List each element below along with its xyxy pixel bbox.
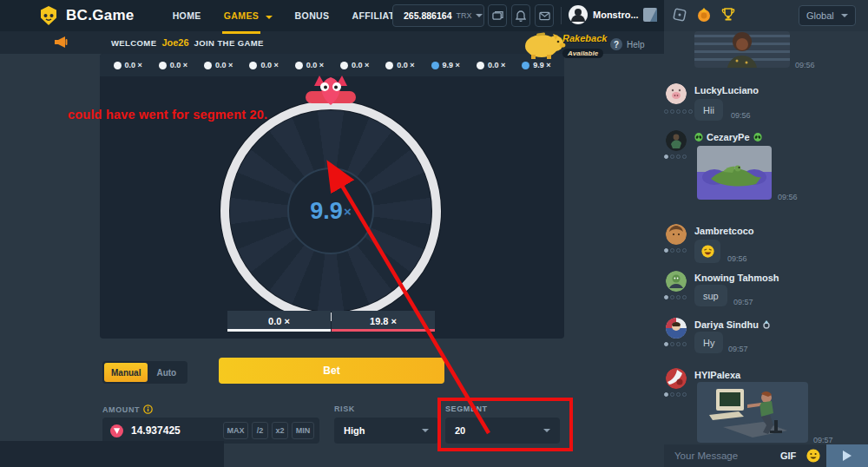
half-button[interactable]: /2	[252, 422, 268, 439]
multiplier-dot	[159, 62, 167, 69]
nav-games[interactable]: GAMES	[224, 10, 273, 21]
history-chip[interactable]: 0.0 ×	[204, 61, 233, 69]
chat-bubble: Hii	[694, 99, 723, 121]
payout-tab-high[interactable]: 19.8 ×	[332, 311, 435, 332]
bet-button[interactable]: Bet	[219, 358, 444, 384]
multiplier-dot	[204, 62, 212, 69]
avatar[interactable]	[666, 368, 687, 389]
emoji-button[interactable]	[806, 449, 820, 463]
payout-label: 19.8 ×	[370, 316, 397, 326]
leaderboard-button[interactable]	[720, 7, 736, 26]
chat-bubble: Hy	[694, 332, 723, 353]
rakeback-widget[interactable]: Rakeback Available	[521, 29, 568, 63]
avatar[interactable]	[666, 130, 687, 151]
amount-label-row: AMOUNT	[102, 405, 153, 414]
send-icon	[843, 451, 852, 461]
amount-field[interactable]: 14.937425 MAX /2 x2 MIN	[102, 418, 319, 444]
max-button[interactable]: MAX	[223, 422, 248, 439]
chat-message-input[interactable]	[674, 451, 777, 461]
multiplier-label: 0.0 ×	[306, 61, 324, 69]
avatar[interactable]	[666, 318, 687, 339]
trophy-icon	[720, 7, 736, 23]
help-button[interactable]: ? Help	[610, 38, 645, 50]
payout-tab-low[interactable]: 0.0 ×	[227, 311, 331, 332]
brand-name: BC.Game	[66, 7, 135, 24]
user-badges	[664, 248, 687, 253]
risk-value: High	[344, 425, 365, 436]
balance-selector[interactable]: 265.886164 TRX	[392, 4, 484, 27]
gif-button[interactable]: GIF	[780, 451, 796, 461]
piggy-bank-icon	[521, 29, 568, 60]
chat-panel: 09:56 LuckyLuciano Hii 09:56 CezaryPe	[664, 31, 868, 444]
lizard-couch-gif[interactable]	[697, 146, 772, 200]
annotation-note: could have went for segment 20.	[68, 108, 267, 122]
multiplier-history-bar: 0.0 × 0.0 × 0.0 × 0.0 × 0.0 × 0.0 × 0.0 …	[100, 54, 564, 76]
min-button[interactable]: MIN	[292, 422, 314, 439]
multiplier-label: 0.0 ×	[215, 61, 233, 69]
chat-toggle-button[interactable]	[642, 7, 658, 23]
payout-underline	[227, 329, 331, 332]
chat-region-selector[interactable]: Global	[799, 5, 856, 26]
avatar[interactable]	[666, 83, 687, 104]
send-button[interactable]	[826, 444, 868, 467]
avatar[interactable]	[666, 224, 687, 245]
region-label: Global	[806, 10, 834, 21]
history-chip[interactable]: 0.0 ×	[114, 61, 142, 69]
retro-computer-gif[interactable]	[697, 382, 808, 443]
multiplier-label: 0.0 ×	[125, 61, 142, 69]
multiplier-dot	[385, 62, 393, 69]
chat-username[interactable]: Jambretcoco	[694, 226, 753, 236]
wheel-multiplier-times: ×	[344, 204, 352, 219]
chat-username[interactable]: LuckyLuciano	[694, 85, 759, 95]
avatar[interactable]	[666, 271, 687, 292]
message-time: 09:56	[778, 193, 798, 201]
rakeback-subtitle: Available	[562, 49, 603, 58]
risk-label: RISK	[334, 405, 355, 413]
multiplier-label: 0.0 ×	[260, 61, 278, 69]
message-time: 09:57	[728, 345, 748, 353]
chevron-down-icon	[422, 429, 429, 432]
history-chip[interactable]: 0.0 ×	[340, 61, 369, 69]
chevron-down-icon	[476, 14, 483, 17]
double-button[interactable]: x2	[272, 422, 288, 439]
history-chip[interactable]: 0.0 ×	[295, 61, 324, 69]
nav-bonus[interactable]: BONUS	[295, 10, 330, 21]
notifications-button[interactable]	[511, 4, 530, 27]
messages-button[interactable]	[535, 4, 554, 27]
wallet-button[interactable]	[488, 4, 507, 27]
annotation-highlight-box	[437, 398, 573, 451]
user-badges	[664, 295, 687, 299]
user-menu[interactable]: Monstro...	[569, 5, 651, 24]
risk-select[interactable]: High	[334, 418, 438, 444]
chat-username[interactable]: CezaryPe	[707, 132, 750, 142]
nav-home[interactable]: HOME	[173, 10, 201, 21]
welcome-username[interactable]: Joe26	[161, 37, 188, 48]
payout-underline	[332, 329, 435, 332]
bell-icon	[516, 10, 526, 22]
history-chip[interactable]: 0.0 ×	[159, 61, 187, 69]
chat-username[interactable]: Knowing Tahmosh	[694, 273, 779, 283]
woman-reaction-gif[interactable]	[694, 31, 790, 68]
brand-logo[interactable]: BC.Game	[38, 5, 135, 26]
balance-currency: TRX	[456, 11, 471, 20]
wheel-hub: 9.9 ×	[287, 168, 374, 254]
chat-username[interactable]: Dariya Sindhu	[694, 319, 759, 330]
chat-bubble: sup	[694, 285, 727, 306]
envelope-icon	[539, 11, 550, 21]
top-navbar: BC.Game HOME GAMES BONUS AFFILIATE FORUM…	[0, 0, 664, 31]
chat-bubble-emoji	[694, 240, 720, 263]
message-time: 09:56	[727, 254, 747, 263]
auto-mode-button[interactable]: Auto	[148, 368, 185, 378]
chat-username[interactable]: HYIPalexa	[694, 370, 740, 380]
history-chip[interactable]: 0.0 ×	[477, 61, 505, 69]
info-icon[interactable]	[143, 405, 153, 414]
message-time: 09:56	[795, 61, 815, 69]
coin-drop-button[interactable]	[696, 7, 712, 26]
megaphone-icon	[54, 36, 69, 49]
manual-mode-button[interactable]: Manual	[104, 363, 148, 382]
history-chip[interactable]: 0.0 ×	[249, 61, 278, 69]
dice-button[interactable]	[672, 7, 687, 26]
amount-value: 14.937425	[131, 424, 181, 437]
history-chip[interactable]: 9.9 ×	[431, 61, 460, 69]
history-chip[interactable]: 0.0 ×	[385, 61, 414, 69]
